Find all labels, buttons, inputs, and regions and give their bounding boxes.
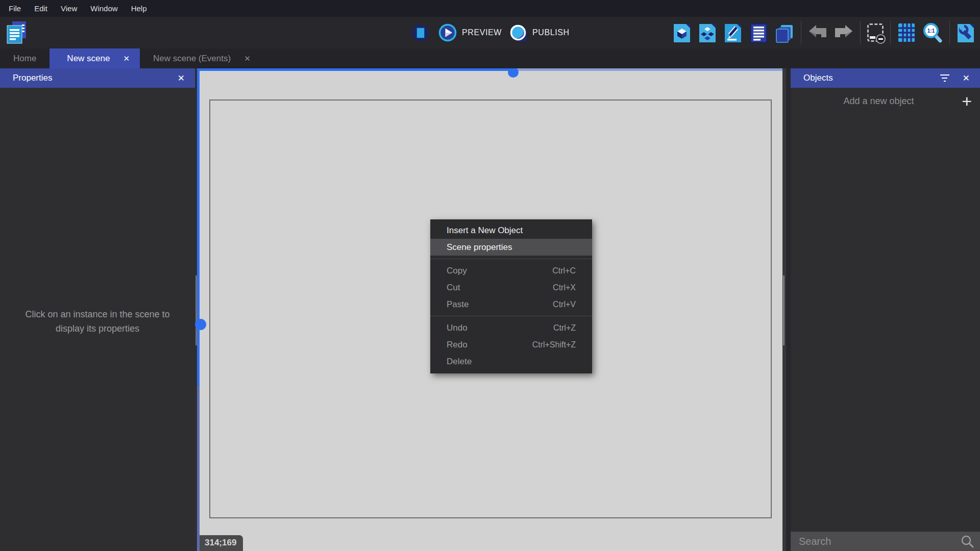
- objects-panel-header: Objects ✕: [791, 68, 980, 88]
- toolbar: PREVIEW PUBLISH: [0, 17, 980, 48]
- context-menu-shortcut: Ctrl+Z: [553, 323, 576, 333]
- tab-home[interactable]: Home: [0, 48, 50, 68]
- toolbar-separator: [801, 21, 801, 44]
- cursor-coordinates-badge: 314;169: [200, 535, 243, 551]
- close-icon[interactable]: ✕: [961, 72, 972, 85]
- tab-new-scene-label: New scene: [67, 54, 110, 64]
- context-menu-label: Cut: [447, 283, 460, 293]
- debugger-tools-icon[interactable]: [957, 22, 975, 43]
- plus-icon[interactable]: +: [962, 90, 972, 112]
- context-menu-shortcut: Ctrl+C: [552, 266, 576, 276]
- context-menu-item-insert-object[interactable]: Insert a New Object: [430, 222, 592, 239]
- svg-text:1:1: 1:1: [927, 28, 935, 34]
- redo-icon[interactable]: [834, 24, 853, 41]
- properties-panel: Properties ✕ Click on an instance in the…: [0, 68, 195, 551]
- properties-empty-message: Click on an instance in the scene to dis…: [16, 307, 179, 336]
- toolbar-separator: [860, 21, 861, 44]
- context-menu-item-cut[interactable]: Cut Ctrl+X: [430, 279, 592, 296]
- publish-globe-icon: [509, 23, 527, 42]
- objects-search-input[interactable]: [799, 536, 961, 547]
- context-menu-label: Insert a New Object: [447, 226, 523, 236]
- context-menu-label: Scene properties: [447, 242, 512, 253]
- toolbar-separator: [949, 21, 950, 44]
- tab-bar: Home New scene ✕ New scene (Events) ✕: [0, 48, 980, 68]
- add-new-object-button[interactable]: Add a new object +: [791, 89, 980, 113]
- publish-button[interactable]: PUBLISH: [509, 23, 570, 42]
- close-icon[interactable]: ✕: [176, 72, 187, 85]
- tab-new-scene[interactable]: New scene ✕: [50, 48, 140, 68]
- filter-icon[interactable]: [940, 74, 949, 82]
- context-menu-item-copy[interactable]: Copy Ctrl+C: [430, 262, 592, 279]
- object-groups-editor-icon[interactable]: [698, 22, 717, 43]
- scene-properties-edit-icon[interactable]: [724, 22, 743, 43]
- tab-home-label: Home: [13, 54, 36, 64]
- layers-editor-icon[interactable]: [775, 22, 794, 43]
- menu-view[interactable]: View: [54, 0, 84, 17]
- project-manager-icon[interactable]: [4, 20, 29, 45]
- menu-bar: File Edit View Window Help: [0, 0, 980, 17]
- context-menu-item-delete[interactable]: Delete: [430, 353, 592, 370]
- context-menu-item-undo[interactable]: Undo Ctrl+Z: [430, 319, 592, 336]
- context-menu-item-paste[interactable]: Paste Ctrl+V: [430, 296, 592, 313]
- context-menu-shortcut: Ctrl+Shift+Z: [532, 340, 576, 349]
- toolbar-separator: [890, 21, 891, 44]
- objects-editor-icon[interactable]: [673, 22, 692, 43]
- context-menu-shortcut: Ctrl+V: [553, 300, 576, 309]
- context-menu-separator: [430, 259, 592, 259]
- search-icon[interactable]: [961, 535, 974, 548]
- tab-close-icon[interactable]: ✕: [244, 54, 251, 63]
- debug-icon[interactable]: [410, 22, 431, 43]
- undo-icon[interactable]: [808, 24, 827, 41]
- objects-panel: Objects ✕ Add a new object +: [791, 68, 980, 551]
- objects-search-bar: [791, 532, 980, 551]
- tab-new-scene-events-label: New scene (Events): [153, 54, 231, 64]
- menu-edit[interactable]: Edit: [28, 0, 54, 17]
- menu-window[interactable]: Window: [84, 0, 124, 17]
- context-menu-label: Paste: [447, 299, 469, 310]
- tab-new-scene-events[interactable]: New scene (Events) ✕: [140, 48, 264, 68]
- context-menu-shortcut: Ctrl+X: [553, 283, 576, 292]
- vertical-scroll-track[interactable]: [197, 68, 200, 551]
- preview-play-icon: [438, 23, 457, 42]
- horizontal-scroll-thumb[interactable]: [508, 68, 519, 78]
- right-scrollbar-thumb[interactable]: [783, 276, 785, 345]
- context-menu-item-redo[interactable]: Redo Ctrl+Shift+Z: [430, 336, 592, 353]
- properties-panel-title: Properties: [13, 73, 52, 83]
- preview-label: PREVIEW: [462, 28, 502, 37]
- scene-canvas[interactable]: 314;169 Insert a New Object Scene proper…: [195, 68, 786, 551]
- menu-help[interactable]: Help: [125, 0, 154, 17]
- menu-file[interactable]: File: [2, 0, 28, 17]
- context-menu-item-scene-properties[interactable]: Scene properties: [430, 239, 592, 256]
- instances-list-icon[interactable]: [749, 22, 768, 43]
- deselect-mask-icon[interactable]: [867, 23, 884, 42]
- context-menu-label: Redo: [447, 340, 468, 350]
- publish-label: PUBLISH: [532, 28, 570, 37]
- context-menu-label: Delete: [447, 357, 472, 367]
- tab-close-icon[interactable]: ✕: [123, 54, 130, 63]
- add-new-object-label: Add a new object: [843, 96, 914, 107]
- vertical-scroll-thumb[interactable]: [195, 319, 206, 330]
- objects-panel-title: Objects: [803, 73, 833, 83]
- main-area: Properties ✕ Click on an instance in the…: [0, 68, 980, 551]
- right-scrollbar-lane: [782, 68, 786, 551]
- preview-button[interactable]: PREVIEW: [438, 23, 502, 42]
- context-menu-label: Copy: [447, 266, 467, 276]
- properties-panel-header: Properties ✕: [0, 68, 195, 88]
- context-menu-label: Undo: [447, 323, 468, 333]
- horizontal-scroll-track[interactable]: [195, 68, 786, 71]
- context-menu: Insert a New Object Scene properties Cop…: [430, 219, 592, 373]
- zoom-1-1-icon[interactable]: 1:1: [922, 22, 943, 43]
- grid-icon[interactable]: [897, 22, 916, 43]
- context-menu-separator: [430, 316, 592, 316]
